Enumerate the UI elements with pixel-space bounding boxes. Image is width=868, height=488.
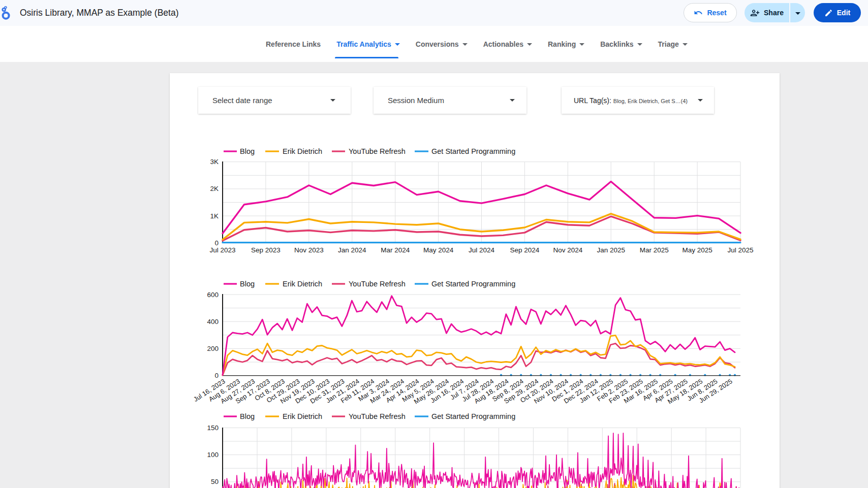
svg-text:Blog: Blog	[240, 412, 255, 420]
svg-text:Erik Dietrich: Erik Dietrich	[283, 147, 322, 155]
svg-text:Erik Dietrich: Erik Dietrich	[283, 412, 322, 420]
svg-text:200: 200	[207, 345, 219, 352]
svg-text:YouTube Refresh: YouTube Refresh	[349, 147, 406, 155]
svg-text:Sep 2023: Sep 2023	[251, 246, 281, 254]
svg-text:Nov 2024: Nov 2024	[553, 246, 582, 254]
svg-text:0: 0	[214, 372, 219, 379]
svg-text:600: 600	[207, 291, 219, 299]
svg-text:3K: 3K	[210, 158, 219, 166]
svg-text:Jul 2025: Jul 2025	[727, 246, 753, 254]
svg-text:Jan 2025: Jan 2025	[597, 246, 625, 254]
svg-text:0: 0	[214, 239, 219, 247]
svg-text:Blog: Blog	[240, 280, 255, 288]
svg-text:Blog: Blog	[240, 147, 255, 155]
svg-text:Jul 2024: Jul 2024	[469, 246, 495, 254]
svg-text:May 2024: May 2024	[423, 246, 454, 254]
svg-text:YouTube Refresh: YouTube Refresh	[349, 412, 406, 420]
svg-text:1K: 1K	[210, 212, 219, 220]
svg-text:Mar 2024: Mar 2024	[381, 246, 410, 254]
svg-text:Jul 2023: Jul 2023	[209, 246, 235, 254]
svg-text:Get Started Programming: Get Started Programming	[431, 412, 515, 420]
svg-text:150: 150	[207, 424, 219, 432]
svg-text:Get Started Programming: Get Started Programming	[431, 280, 515, 288]
svg-text:Get Started Programming: Get Started Programming	[431, 147, 515, 155]
svg-text:Mar 2025: Mar 2025	[640, 246, 669, 254]
svg-text:YouTube Refresh: YouTube Refresh	[349, 280, 406, 288]
svg-text:Erik Dietrich: Erik Dietrich	[283, 280, 322, 288]
svg-text:400: 400	[207, 318, 219, 326]
svg-text:Sep 2024: Sep 2024	[510, 246, 539, 254]
svg-text:Jan 2024: Jan 2024	[338, 246, 366, 254]
svg-text:50: 50	[211, 478, 219, 485]
svg-text:2K: 2K	[210, 185, 219, 192]
svg-text:100: 100	[207, 451, 219, 459]
svg-text:May 2025: May 2025	[682, 246, 712, 254]
svg-text:Nov 2023: Nov 2023	[294, 246, 324, 254]
